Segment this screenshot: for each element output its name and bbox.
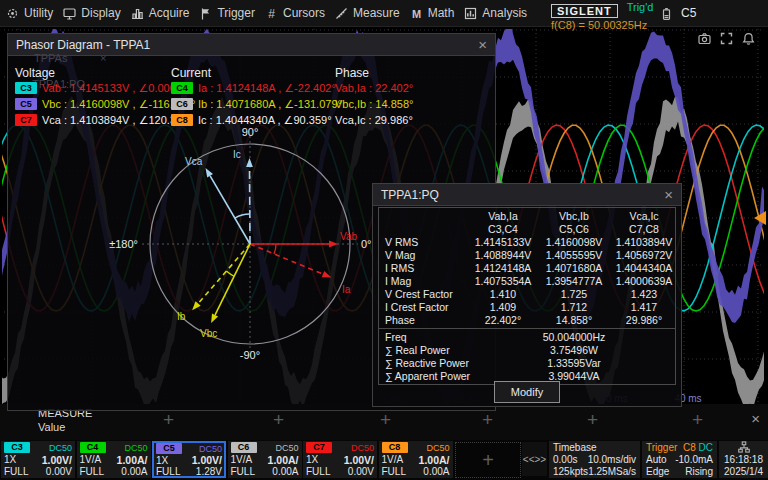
svg-text:±180°: ±180° xyxy=(109,238,138,250)
phasor-vector-vbc xyxy=(215,244,250,315)
phase-arc xyxy=(274,244,276,254)
timebase-box[interactable]: Timebase 0.00s10.0ms/div 125kpts1.25MSa/… xyxy=(549,441,640,478)
channel-badge-c5: C5 xyxy=(156,443,182,454)
bell-icon[interactable] xyxy=(742,31,755,49)
network-icon xyxy=(738,441,750,455)
close-icon[interactable]: × xyxy=(478,37,487,52)
close-icon[interactable]: × xyxy=(751,410,760,427)
pq-row-v-crest-factor: V Crest Factor1.4101.7251.423 xyxy=(379,288,675,301)
vector-label-vbc: Vbc xyxy=(200,328,217,339)
clock-box: 16:18:18 2025/1/4 xyxy=(719,441,768,478)
pq-row-v-mag: V Mag1.4088944V1.4055595V1.4056972V xyxy=(379,249,675,262)
svg-text:0°: 0° xyxy=(361,238,372,250)
pq-dialog: TPPA1:PQ × Vab,IaVbc,IbVca,IcC3,C4C5,C6C… xyxy=(372,183,682,407)
menu-item-trigger[interactable]: Trigger xyxy=(199,6,255,20)
acquire-icon xyxy=(131,7,144,20)
vector-label-vab: Vab xyxy=(340,231,357,242)
modify-button[interactable]: Modify xyxy=(494,381,560,403)
gear-icon xyxy=(6,7,19,20)
channel-badge-c4: C4 xyxy=(80,442,106,453)
phasor-vector-vca xyxy=(210,176,250,244)
svg-text:M: M xyxy=(412,7,421,19)
empty-channel-slot[interactable]: + xyxy=(455,442,521,478)
svg-text:-90°: -90° xyxy=(240,349,260,361)
phasor-vector-ib xyxy=(198,244,250,304)
trigger-type: Edge xyxy=(646,466,669,477)
cursors-icon: # xyxy=(265,7,278,20)
add-measurement-button[interactable]: + xyxy=(273,409,284,431)
timebase-delay: 0.00s xyxy=(553,454,577,465)
add-measurement-button[interactable]: + xyxy=(163,409,174,431)
trigger-coupling: DC xyxy=(699,442,713,453)
vector-label-ic: Ic xyxy=(233,149,241,160)
menu-item-display[interactable]: Display xyxy=(63,6,120,20)
add-measurement-button[interactable]: + xyxy=(482,409,493,431)
pq-header-pairs: Vab,IaVbc,IbVca,Ic xyxy=(379,210,675,223)
osd-icon-group xyxy=(698,31,755,49)
scroll-arrows[interactable]: <<>> xyxy=(522,442,547,476)
trigger-source: C8 xyxy=(683,442,696,453)
channel-box-c6[interactable]: C6DC501V/A1.00A/FULL0.00A xyxy=(228,441,302,478)
vector-label-vca: Vca xyxy=(185,156,203,167)
trigger-level: -10.0mA xyxy=(675,454,713,465)
channel-badge-c6: C6 xyxy=(231,442,257,453)
expand-icon[interactable] xyxy=(720,31,733,49)
pq-header-channels: C3,C4C5,C6C7,C8 xyxy=(379,223,675,236)
channel-badge-c7: C7 xyxy=(306,442,332,453)
flag-icon xyxy=(199,7,212,20)
menu-item-cursors[interactable]: #Cursors xyxy=(265,6,325,20)
vector-label-ib: Ib xyxy=(177,311,186,322)
svg-text:#: # xyxy=(268,7,275,20)
phase-arc xyxy=(235,214,250,218)
pq-table: Vab,IaVbc,IbVca,IcC3,C4C5,C6C7,C8V RMS1.… xyxy=(378,207,676,385)
trigger-mode: Auto xyxy=(646,454,667,465)
active-channel-indicator[interactable]: C5 xyxy=(681,6,696,20)
brand-logo: SIGLENT xyxy=(551,4,618,18)
measure-value-label: Value xyxy=(38,421,65,433)
pq-aggregate-row: Freq50.004000Hz xyxy=(379,331,675,344)
menu-item-acquire[interactable]: Acquire xyxy=(131,6,190,20)
pq-aggregate-row: ∑ Reactive Power1.33595Var xyxy=(379,357,675,370)
battery-icon xyxy=(660,6,673,24)
pq-aggregate-row: ∑ Real Power3.75496W xyxy=(379,344,675,357)
phasor-dialog-titlebar[interactable]: Phasor Diagram - TPPA1 × xyxy=(8,34,495,56)
channel-box-c4[interactable]: C4DC501V/A1.00A/FULL0.00A xyxy=(77,441,151,478)
vector-label-ia: Ia xyxy=(342,284,351,295)
channel-box-c5[interactable]: C5DC501X1.00V/FULL1.28V xyxy=(152,441,226,478)
pq-row-phase: Phase22.402°14.858°29.986° xyxy=(379,314,675,327)
pq-row-i-mag: I Mag1.4075354A1.3954777A1.4000639A xyxy=(379,275,675,288)
channel-box-c3[interactable]: C3DC501X1.00V/FULL0.00V xyxy=(1,441,75,478)
pq-dialog-titlebar[interactable]: TPPA1:PQ × xyxy=(373,184,681,206)
pq-dialog-title: TPPA1:PQ xyxy=(381,188,439,202)
trigger-slope: Rising xyxy=(685,466,713,477)
add-measurement-button[interactable]: + xyxy=(380,409,391,431)
trigger-box[interactable]: Trigger C8 DC Auto-10.0mA EdgeRising xyxy=(642,441,717,478)
add-measurement-button[interactable]: + xyxy=(692,409,703,431)
clock-time: 16:18:18 xyxy=(724,454,763,465)
measure-icon xyxy=(335,7,348,20)
clock-date: 2025/1/4 xyxy=(724,466,763,477)
phasor-vector-ia xyxy=(250,244,323,274)
menu-item-measure[interactable]: Measure xyxy=(335,6,400,20)
close-icon[interactable]: × xyxy=(664,187,673,202)
phase-arc xyxy=(226,271,234,276)
add-measurement-button[interactable]: + xyxy=(587,409,598,431)
timebase-rate: 1.25MSa/s xyxy=(588,466,636,477)
display-icon xyxy=(63,7,76,20)
timebase-points: 125kpts xyxy=(553,466,588,477)
menu-bar: UtilityDisplayAcquireTrigger#CursorsMeas… xyxy=(0,0,768,27)
channel-box-c8[interactable]: C8DC501V/A1.00A/FULL0.00A xyxy=(379,441,453,478)
phasor-dialog-title: Phasor Diagram - TPPA1 xyxy=(16,38,150,52)
menu-item-math[interactable]: MMath xyxy=(410,6,455,20)
pq-row-i-rms: I RMS1.4124148A1.4071680A1.4044340A xyxy=(379,262,675,275)
oscilloscope-screen: UtilityDisplayAcquireTrigger#CursorsMeas… xyxy=(0,0,768,480)
channel-bar: + <<>> Timebase 0.00s10.0ms/div 125kpts1… xyxy=(0,440,768,480)
trigger-title: Trigger xyxy=(646,442,677,453)
camera-icon[interactable] xyxy=(698,31,711,49)
menu-item-utility[interactable]: Utility xyxy=(6,6,53,20)
channel-badge-c3: C3 xyxy=(4,442,30,453)
menu-item-analysis[interactable]: Analysis xyxy=(464,6,527,20)
timebase-title: Timebase xyxy=(553,442,597,453)
channel-box-c7[interactable]: C7DC501X1.00V/FULL0.00V xyxy=(303,441,377,478)
analysis-icon xyxy=(464,7,477,20)
